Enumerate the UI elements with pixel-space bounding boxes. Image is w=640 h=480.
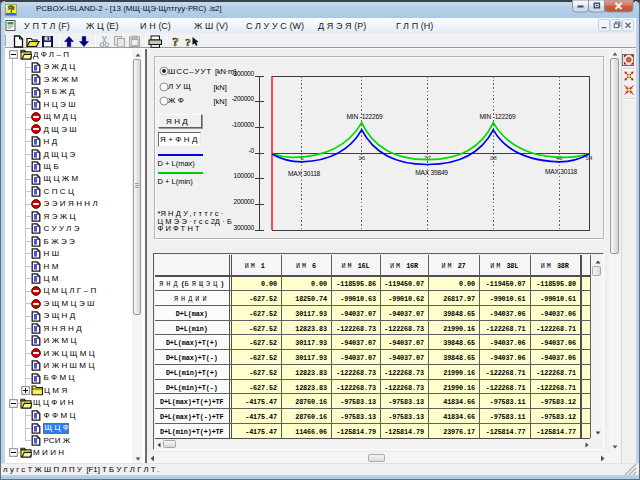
svg-text:-300000: -300000	[232, 70, 255, 77]
svg-text:MAX 30118: MAX 30118	[545, 168, 578, 175]
svg-text:MAX 30118: MAX 30118	[288, 170, 321, 177]
svg-text:-100000: -100000	[232, 121, 255, 128]
svg-text:100000: 100000	[234, 172, 255, 179]
svg-text:-0: -0	[249, 147, 255, 154]
svg-text:38: 38	[490, 154, 497, 161]
svg-text:MIN -122269: MIN -122269	[480, 113, 516, 120]
svg-text:?: ?	[185, 35, 191, 47]
svg-text:200000: 200000	[234, 198, 255, 205]
svg-text:?: ?	[172, 35, 179, 48]
svg-text:16: 16	[358, 154, 365, 161]
svg-text:300000: 300000	[234, 224, 255, 231]
svg-text:MIN -122269: MIN -122269	[347, 113, 383, 120]
svg-text:-200000: -200000	[232, 95, 255, 102]
svg-text:MAX 39849: MAX 39849	[415, 169, 448, 176]
